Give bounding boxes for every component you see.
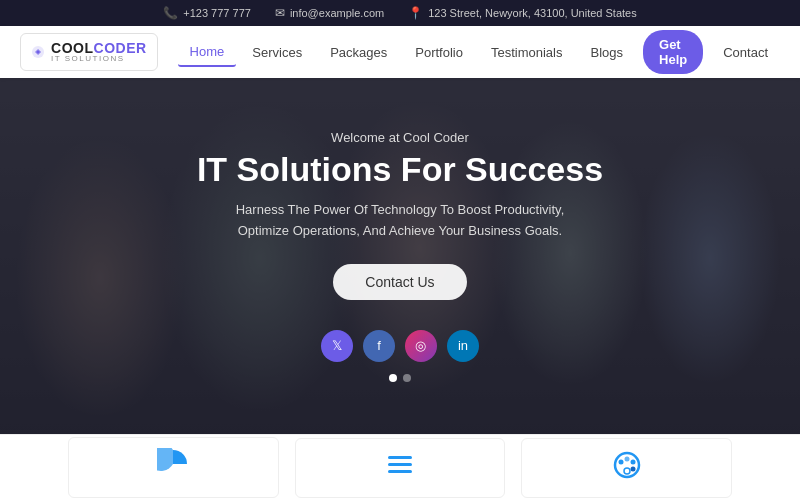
logo-text: COOLCODER IT SOLUTIONS	[51, 41, 147, 63]
logo-icon	[31, 38, 45, 66]
nav-services[interactable]: Services	[240, 39, 314, 66]
instagram-icon[interactable]: ◎	[405, 330, 437, 362]
social-icons: 𝕏 f ◎ in	[197, 330, 603, 362]
carousel-dots	[197, 374, 603, 382]
nav-blogs[interactable]: Blogs	[578, 39, 635, 66]
phone-number: +123 777 777	[183, 7, 251, 19]
email-address: info@example.com	[290, 7, 384, 19]
twitter-icon[interactable]: 𝕏	[321, 330, 353, 362]
top-bar: 📞 +123 777 777 ✉ info@example.com 📍 123 …	[0, 0, 800, 26]
email-icon: ✉	[275, 6, 285, 20]
svg-point-9	[624, 468, 630, 474]
email-info: ✉ info@example.com	[275, 6, 384, 20]
svg-rect-2	[388, 463, 412, 466]
get-help-button[interactable]: Get Help	[643, 30, 703, 74]
address-info: 📍 123 Street, Newyork, 43100, United Sta…	[408, 6, 637, 20]
nav-home[interactable]: Home	[178, 38, 237, 67]
svg-rect-3	[388, 470, 412, 473]
nav-links: Home Services Packages Portfolio Testimo…	[178, 30, 780, 74]
logo-subtitle: IT SOLUTIONS	[51, 55, 147, 63]
dot-2[interactable]	[403, 374, 411, 382]
bottom-section	[0, 434, 800, 500]
location-icon: 📍	[408, 6, 423, 20]
nav-packages[interactable]: Packages	[318, 39, 399, 66]
hero-welcome-text: Welcome at Cool Coder	[197, 130, 603, 145]
pie-chart-icon	[157, 448, 189, 487]
logo[interactable]: COOLCODER IT SOLUTIONS	[20, 33, 158, 71]
svg-point-6	[624, 456, 629, 461]
svg-point-7	[630, 459, 635, 464]
navbar: COOLCODER IT SOLUTIONS Home Services Pac…	[0, 26, 800, 78]
nav-contact[interactable]: Contact	[711, 39, 780, 66]
hero-title: IT Solutions For Success	[197, 151, 603, 188]
svg-point-5	[618, 459, 623, 464]
phone-info: 📞 +123 777 777	[163, 6, 251, 20]
palette-icon	[611, 449, 643, 487]
bottom-card-2	[295, 438, 506, 498]
nav-portfolio[interactable]: Portfolio	[403, 39, 475, 66]
bottom-card-1	[68, 437, 279, 498]
hero-section: Welcome at Cool Coder IT Solutions For S…	[0, 78, 800, 434]
list-lines-icon	[384, 449, 416, 487]
facebook-icon[interactable]: f	[363, 330, 395, 362]
phone-icon: 📞	[163, 6, 178, 20]
svg-point-8	[630, 466, 635, 471]
hero-subtitle: Harness The Power Of Technology To Boost…	[197, 200, 603, 242]
dot-1[interactable]	[389, 374, 397, 382]
svg-rect-1	[388, 456, 412, 459]
linkedin-icon[interactable]: in	[447, 330, 479, 362]
address-text: 123 Street, Newyork, 43100, United State…	[428, 7, 637, 19]
nav-testimonials[interactable]: Testimonials	[479, 39, 575, 66]
logo-brand: COOLCODER	[51, 41, 147, 55]
bottom-card-3	[521, 438, 732, 498]
hero-content: Welcome at Cool Coder IT Solutions For S…	[157, 130, 643, 382]
contact-us-button[interactable]: Contact Us	[333, 264, 466, 300]
